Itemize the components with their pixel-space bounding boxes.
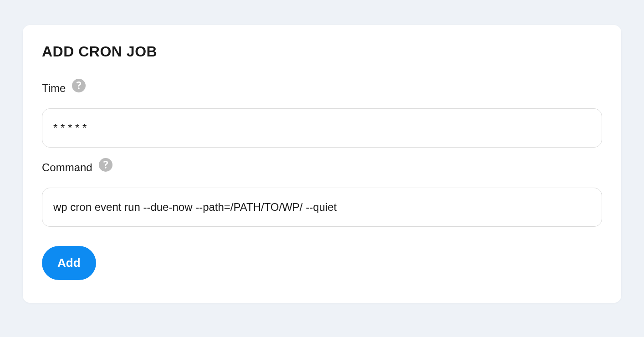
- command-field-group: Command: [42, 161, 602, 227]
- question-mark-icon: [103, 161, 108, 169]
- add-button[interactable]: Add: [42, 246, 96, 280]
- page-title: ADD CRON JOB: [42, 43, 602, 60]
- question-mark-icon: [76, 82, 82, 90]
- time-label-row: Time: [42, 82, 602, 95]
- add-cron-job-card: ADD CRON JOB Time Command Add: [23, 25, 621, 303]
- time-help-icon[interactable]: [72, 79, 86, 92]
- command-label: Command: [42, 161, 92, 174]
- time-field-group: Time: [42, 82, 602, 148]
- command-input[interactable]: [42, 188, 602, 227]
- time-input[interactable]: [42, 108, 602, 148]
- time-label: Time: [42, 82, 66, 95]
- command-label-row: Command: [42, 161, 602, 174]
- command-help-icon[interactable]: [99, 158, 112, 172]
